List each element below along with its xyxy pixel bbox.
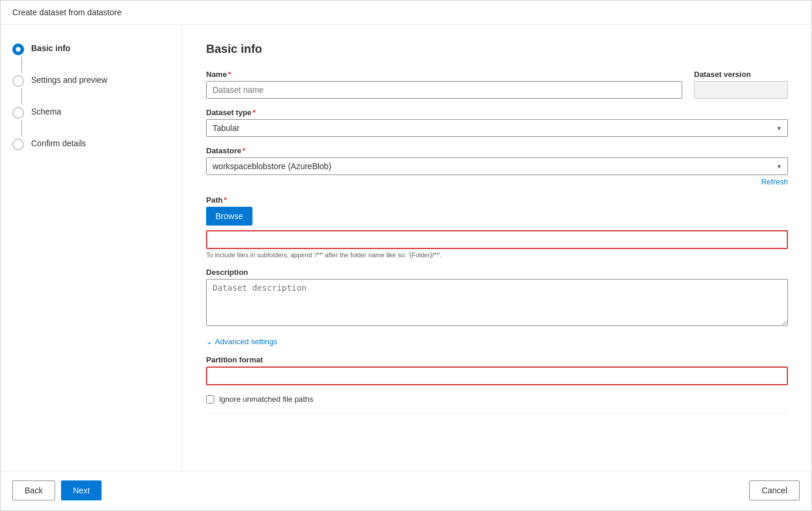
partition-format-input[interactable]: /{timestamp:yyy/MM/dd}/data.parquet <box>207 368 787 384</box>
sidebar-item-label-confirm-details: Confirm details <box>31 137 86 148</box>
refresh-link[interactable]: Refresh <box>206 177 788 186</box>
page-title: Create dataset from datastore <box>12 8 122 17</box>
section-title: Basic info <box>206 42 788 56</box>
step-circle-schema <box>12 107 24 119</box>
ignore-unmatched-label: Ignore unmatched file paths <box>219 395 313 404</box>
datastore-label: Datastore* <box>206 146 788 155</box>
name-version-row: Name* Dataset version 1 <box>206 70 788 99</box>
step-circle-confirm-details <box>12 139 24 150</box>
dataset-type-label: Dataset type* <box>206 108 788 117</box>
advanced-settings-label: Advanced settings <box>215 337 277 346</box>
path-label: Path* <box>206 196 788 204</box>
partition-format-group: Partition format /{timestamp:yyy/MM/dd}/… <box>206 355 788 385</box>
sidebar-item-schema[interactable]: Schema <box>12 106 170 119</box>
divider <box>206 413 788 413</box>
path-input-wrapper: NoaalsdFlorida/2019/** <box>206 230 788 249</box>
partition-input-wrapper: /{timestamp:yyy/MM/dd}/data.parquet <box>206 367 788 385</box>
version-col: Dataset version 1 <box>694 70 788 99</box>
step-circle-settings-preview <box>12 75 24 87</box>
main-content: Basic info Name* Dataset version 1 Datas… <box>183 25 811 471</box>
sidebar-item-confirm-details[interactable]: Confirm details <box>12 137 170 150</box>
datastore-group: Datastore* workspaceblobstore (AzureBlob… <box>206 146 788 186</box>
dataset-type-select[interactable]: Tabular File <box>206 119 788 137</box>
sidebar-item-label-schema: Schema <box>31 106 61 116</box>
sidebar-item-label-basic-info: Basic info <box>31 42 70 53</box>
cancel-button[interactable]: Cancel <box>749 480 800 500</box>
description-textarea[interactable] <box>206 279 788 326</box>
path-hint: To include files in subfolders, append '… <box>206 251 788 258</box>
sidebar-item-settings-preview[interactable]: Settings and preview <box>12 74 170 87</box>
page-footer: Back Next Cancel <box>1 471 811 509</box>
datastore-select-wrapper[interactable]: workspaceblobstore (AzureBlob) ▼ <box>206 157 788 175</box>
name-label: Name* <box>206 70 682 79</box>
sidebar: Basic info Settings and preview Schema C… <box>1 25 183 471</box>
path-input[interactable]: NoaalsdFlorida/2019/** <box>207 231 787 248</box>
dataset-type-group: Dataset type* Tabular File ▼ <box>206 108 788 137</box>
name-col: Name* <box>206 70 682 99</box>
name-input[interactable] <box>206 81 682 99</box>
advanced-settings-link[interactable]: ⌄ Advanced settings <box>206 337 788 346</box>
description-label: Description <box>206 268 788 277</box>
step-connector-1 <box>21 56 22 73</box>
next-button[interactable]: Next <box>61 480 102 500</box>
footer-left: Back Next <box>12 480 102 500</box>
back-button[interactable]: Back <box>12 480 55 500</box>
ignore-unmatched-row: Ignore unmatched file paths <box>206 395 788 404</box>
datastore-select[interactable]: workspaceblobstore (AzureBlob) <box>206 157 788 175</box>
version-label: Dataset version <box>694 70 788 79</box>
step-circle-basic-info <box>12 43 24 55</box>
sidebar-item-label-settings-preview: Settings and preview <box>31 74 107 85</box>
step-connector-2 <box>21 88 22 105</box>
path-group: Path* Browse NoaalsdFlorida/2019/** To i… <box>206 196 788 258</box>
browse-button[interactable]: Browse <box>206 207 252 226</box>
step-connector-3 <box>21 120 22 136</box>
version-input: 1 <box>694 81 788 99</box>
sidebar-item-basic-info[interactable]: Basic info <box>12 42 170 55</box>
chevron-right-icon: ⌄ <box>206 337 213 346</box>
ignore-unmatched-checkbox[interactable] <box>206 395 214 404</box>
dataset-type-select-wrapper[interactable]: Tabular File ▼ <box>206 119 788 137</box>
page-header: Create dataset from datastore <box>1 1 811 25</box>
partition-format-label: Partition format <box>206 355 788 364</box>
description-group: Description <box>206 268 788 328</box>
